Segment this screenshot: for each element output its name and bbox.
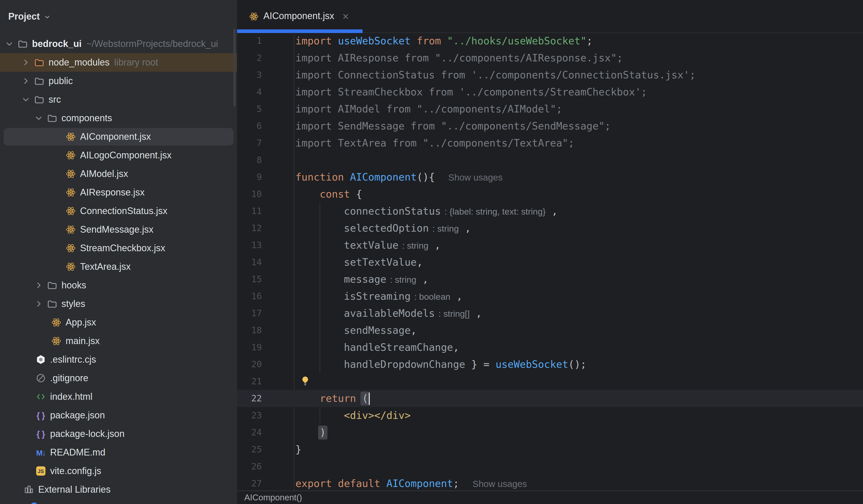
code-line-23[interactable]: 23 <div></div> (237, 407, 863, 424)
code-line-5[interactable]: 5import AIModel from "../components/AIMo… (237, 101, 863, 118)
tree-item-aimodel-jsx[interactable]: AIModel.jsx (0, 165, 237, 183)
tree-item-hooks[interactable]: hooks (0, 276, 237, 295)
code-line-26[interactable]: 26 (237, 458, 863, 475)
tree-item-sendmessage-jsx[interactable]: SendMessage.jsx (0, 220, 237, 239)
tree-item-index-html[interactable]: index.html (0, 387, 237, 406)
chevron-down-icon[interactable] (34, 113, 47, 123)
tree-item-vite-config-js[interactable]: JSvite.config.js (0, 462, 237, 480)
code-editor[interactable]: 1import useWebSocket from "../hooks/useW… (237, 33, 863, 491)
code-line-22[interactable]: 22 return ( (237, 390, 863, 407)
tree-item-aicomponent-jsx[interactable]: AIComponent.jsx (0, 127, 237, 146)
tree-item-bedrock-ui[interactable]: bedrock_ui~/WebstormProjects/bedrock_ui (0, 35, 237, 53)
code-line-7[interactable]: 7import TextArea from "../components/Tex… (237, 135, 863, 152)
tree-item-components[interactable]: components (0, 109, 237, 127)
tree-item-readme-md[interactable]: M↓README.md (0, 443, 237, 462)
tree-item-app-jsx[interactable]: App.jsx (0, 313, 237, 332)
tree-item--eslintrc-cjs[interactable]: .eslintrc.cjs (0, 350, 237, 369)
line-number[interactable]: 18 (237, 322, 262, 339)
line-number[interactable]: 13 (237, 237, 262, 254)
line-number[interactable]: 10 (237, 186, 262, 203)
line-number[interactable]: 2 (237, 50, 262, 66)
line-number[interactable]: 20 (237, 356, 262, 373)
line-number[interactable]: 5 (237, 101, 262, 118)
show-usages-inlay[interactable]: Show usages (473, 479, 527, 489)
tree-item-package-lock-json[interactable]: { }package-lock.json (0, 425, 237, 443)
tab-label: AIComponent.jsx (263, 11, 334, 22)
code-line-14[interactable]: 14 setTextValue, (237, 254, 863, 271)
show-usages-inlay[interactable]: Show usages (448, 172, 502, 183)
code-line-10[interactable]: 10 const { (237, 186, 863, 203)
tree-item-package-json[interactable]: { }package.json (0, 406, 237, 425)
line-number[interactable]: 17 (237, 305, 262, 322)
project-tree-scrollbar[interactable] (234, 29, 236, 106)
tree-item-streamcheckbox-jsx[interactable]: StreamCheckbox.jsx (0, 239, 237, 257)
code-line-8[interactable]: 8 (237, 152, 863, 169)
code-line-25[interactable]: 25} (237, 441, 863, 458)
chevron-down-icon[interactable] (4, 39, 17, 49)
line-number[interactable]: 6 (237, 118, 262, 135)
line-number[interactable]: 16 (237, 288, 262, 305)
tree-item-connectionstatus-jsx[interactable]: ConnectionStatus.jsx (0, 202, 237, 220)
code-line-11[interactable]: 11 connectionStatus: {label: string, tex… (237, 203, 863, 220)
code-line-16[interactable]: 16 isStreaming: boolean , (237, 288, 863, 305)
line-number[interactable]: 3 (237, 66, 262, 83)
line-number[interactable]: 21 (237, 373, 262, 390)
chevron-right-icon[interactable] (34, 299, 47, 309)
code-line-18[interactable]: 18 sendMessage, (237, 322, 863, 339)
tree-item-external-libraries[interactable]: External Libraries (0, 480, 237, 499)
tree-item-main-jsx[interactable]: main.jsx (0, 332, 237, 350)
code-line-27[interactable]: 27export default AIComponent;Show usages (237, 475, 863, 491)
line-number[interactable]: 19 (237, 339, 262, 356)
line-number[interactable]: 26 (237, 458, 262, 475)
tree-item-airesponse-jsx[interactable]: AIResponse.jsx (0, 183, 237, 202)
project-view-mode-selector[interactable]: Project (0, 0, 237, 33)
code-line-12[interactable]: 12 selectedOption: string , (237, 220, 863, 237)
line-number[interactable]: 14 (237, 254, 262, 271)
chevron-down-icon[interactable] (21, 94, 34, 105)
breadcrumb[interactable]: AIComponent() (244, 493, 302, 502)
tab-aicomponent[interactable]: AIComponent.jsx × (237, 0, 363, 33)
line-number[interactable]: 8 (237, 152, 262, 169)
code-line-6[interactable]: 6import SendMessage from "../components/… (237, 118, 863, 135)
line-number[interactable]: 24 (237, 424, 262, 441)
line-number[interactable]: 25 (237, 441, 262, 458)
chevron-right-icon[interactable] (21, 76, 34, 86)
line-number[interactable]: 9 (237, 169, 262, 186)
intention-lightbulb-icon[interactable] (300, 375, 311, 388)
tree-item-partial-item[interactable] (0, 499, 237, 504)
chevron-right-icon[interactable] (21, 57, 34, 68)
code-line-21[interactable]: 21 (237, 373, 863, 390)
line-number[interactable]: 22 (237, 390, 262, 407)
line-number[interactable]: 12 (237, 220, 262, 237)
code-line-1[interactable]: 1import useWebSocket from "../hooks/useW… (237, 33, 863, 50)
line-number[interactable]: 15 (237, 271, 262, 288)
tree-item-textarea-jsx[interactable]: TextArea.jsx (0, 257, 237, 276)
line-number[interactable]: 27 (237, 475, 262, 491)
line-number[interactable]: 4 (237, 83, 262, 101)
tree-item--gitignore[interactable]: .gitignore (0, 369, 237, 387)
line-number[interactable]: 11 (237, 203, 262, 220)
line-number[interactable]: 1 (237, 33, 262, 50)
code-line-15[interactable]: 15 message: string , (237, 271, 863, 288)
code-line-3[interactable]: 3import ConnectionStatus from '../compon… (237, 66, 863, 83)
react-icon (66, 131, 76, 142)
tree-item-node-modules[interactable]: node_moduleslibrary root (0, 53, 237, 72)
code-line-text: function AIComponent(){Show usages (296, 169, 863, 186)
close-icon[interactable]: × (342, 11, 349, 22)
tree-item-styles[interactable]: styles (0, 295, 237, 313)
code-line-17[interactable]: 17 availableModels: string[] , (237, 305, 863, 322)
code-line-2[interactable]: 2import AIResponse from "../components/A… (237, 50, 863, 66)
code-line-20[interactable]: 20 handleDropdownChange } = useWebSocket… (237, 356, 863, 373)
line-number[interactable]: 23 (237, 407, 262, 424)
line-number[interactable]: 7 (237, 135, 262, 152)
tree-item-ailogocomponent-jsx[interactable]: AILogoComponent.jsx (0, 146, 237, 165)
code-line-13[interactable]: 13 textValue: string , (237, 237, 863, 254)
code-line-19[interactable]: 19 handleStreamChange, (237, 339, 863, 356)
code-line-24[interactable]: 24 ) (237, 424, 863, 441)
tree-item-public[interactable]: public (0, 72, 237, 90)
chevron-right-icon[interactable] (34, 280, 47, 290)
code-line-9[interactable]: 9function AIComponent(){Show usages (237, 169, 863, 186)
tree-item-src[interactable]: src (0, 90, 237, 109)
code-line-4[interactable]: 4import StreamCheckbox from '../componen… (237, 83, 863, 101)
tree-item-label: package.json (50, 410, 105, 421)
